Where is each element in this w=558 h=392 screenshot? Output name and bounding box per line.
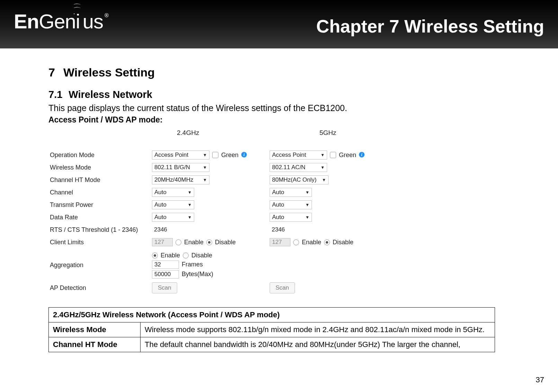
select-tx-power-24[interactable]: Auto▼ [152, 200, 194, 209]
label-aggregation: Aggregation [48, 262, 152, 269]
table-value: Wireless mode supports 802.11b/g/n mixed… [141, 322, 495, 337]
select-operation-mode-24[interactable]: Access Point▼ [152, 151, 209, 159]
row-channel-ht-mode: Channel HT Mode 20MHz/40MHz▼ 80MHz(AC On… [48, 174, 512, 186]
brand-logo: EnGen⌒⌒·ius® [14, 10, 108, 33]
input-aggregation-frames[interactable]: 32 [152, 261, 179, 269]
select-channel-ht-5g[interactable]: 80MHz(AC Only)▼ [270, 175, 328, 184]
label-wireless-mode: Wireless Mode [48, 164, 152, 171]
info-icon[interactable]: i [241, 152, 247, 157]
section-heading-7-1: 7.1Wireless Network [48, 89, 512, 100]
row-channel: Channel Auto▼ Auto▼ [48, 186, 512, 199]
select-wireless-mode-5g[interactable]: 802.11 AC/N▼ [270, 163, 327, 172]
scan-button-24[interactable]: Scan [152, 282, 177, 293]
chevron-down-icon: ▼ [188, 213, 192, 221]
radio-client-limits-enable-24[interactable] [176, 239, 181, 245]
label-operation-mode: Operation Mode [48, 152, 152, 159]
label-data-rate: Data Rate [48, 214, 152, 221]
column-header-5ghz: 5GHz [295, 129, 437, 137]
row-wireless-mode: Wireless Mode 802.11 B/G/N▼ 802.11 AC/N▼ [48, 161, 512, 174]
chapter-title: Chapter 7 Wireless Setting [316, 16, 544, 37]
row-rtscts: RTS / CTS Threshold (1 - 2346) 2346 2346 [48, 224, 512, 236]
row-client-limits: Client Limits 127 Enable Disable 127 Ena… [48, 236, 512, 248]
chevron-down-icon: ▼ [203, 176, 207, 184]
label-disable: Disable [333, 239, 353, 246]
select-channel-5g[interactable]: Auto▼ [270, 188, 312, 197]
chevron-down-icon: ▼ [321, 163, 325, 172]
chevron-down-icon: ▼ [305, 201, 309, 209]
checkbox-green-5g[interactable] [330, 152, 336, 158]
row-operation-mode: Operation Mode Access Point▼ Green i Acc… [48, 149, 512, 161]
column-header-24ghz: 2.4GHz [152, 129, 295, 137]
chevron-down-icon: ▼ [305, 213, 309, 221]
wireless-settings-panel: 2.4GHz 5GHz Operation Mode Access Point▼… [48, 127, 512, 294]
page-number: 37 [536, 375, 544, 384]
select-tx-power-5g[interactable]: Auto▼ [270, 200, 312, 209]
input-rtscts-5g[interactable]: 2346 [270, 226, 290, 234]
row-transmit-power: Transmit Power Auto▼ Auto▼ [48, 199, 512, 211]
table-row: Wireless Mode Wireless mode supports 802… [49, 322, 495, 337]
scan-button-5g[interactable]: Scan [270, 282, 295, 293]
page-header: EnGen⌒⌒·ius® Chapter 7 Wireless Setting [0, 0, 558, 48]
radio-aggregation-disable[interactable] [183, 253, 189, 258]
checkbox-green-24[interactable] [212, 152, 218, 158]
label-disable: Disable [191, 252, 212, 259]
label-ap-detection: AP Detection [48, 284, 152, 292]
select-channel-24[interactable]: Auto▼ [152, 188, 194, 197]
description-table: 2.4GHz/5GHz Wireless Network (Access Poi… [48, 307, 495, 352]
chevron-down-icon: ▼ [188, 188, 192, 197]
input-client-limits-5g[interactable]: 127 [270, 238, 290, 246]
chevron-down-icon: ▼ [322, 176, 326, 184]
row-aggregation: Aggregation Enable Disable 32 Frames 500… [48, 248, 512, 282]
select-channel-ht-24[interactable]: 20MHz/40MHz▼ [152, 175, 209, 184]
label-enable: Enable [184, 239, 204, 246]
radio-client-limits-disable-24[interactable] [206, 239, 212, 245]
info-icon[interactable]: i [359, 152, 364, 157]
select-data-rate-5g[interactable]: Auto▼ [270, 213, 312, 222]
row-ap-detection: AP Detection Scan Scan [48, 282, 512, 294]
section-heading-7: 7Wireless Setting [48, 66, 512, 79]
chevron-down-icon: ▼ [203, 151, 207, 159]
table-value: The default channel bandwidth is 20/40MH… [141, 337, 495, 352]
chevron-down-icon: ▼ [203, 163, 207, 172]
label-green-24: Green [221, 152, 238, 159]
input-aggregation-bytes[interactable]: 50000 [152, 270, 179, 279]
intro-text: This page displays the current status of… [48, 103, 512, 113]
chevron-down-icon: ▼ [305, 188, 309, 197]
label-channel: Channel [48, 189, 152, 196]
select-wireless-mode-24[interactable]: 802.11 B/G/N▼ [152, 163, 209, 172]
radio-client-limits-enable-5g[interactable] [293, 239, 299, 245]
label-green-5g: Green [339, 152, 356, 159]
row-data-rate: Data Rate Auto▼ Auto▼ [48, 211, 512, 224]
radio-client-limits-disable-5g[interactable] [324, 239, 330, 245]
label-rtscts: RTS / CTS Threshold (1 - 2346) [48, 226, 152, 234]
label-disable: Disable [215, 239, 236, 246]
mode-label: Access Point / WDS AP mode: [48, 115, 512, 125]
table-key: Wireless Mode [49, 322, 141, 337]
select-data-rate-24[interactable]: Auto▼ [152, 213, 194, 222]
label-transmit-power: Transmit Power [48, 201, 152, 209]
label-bytes: Bytes(Max) [182, 271, 213, 278]
radio-aggregation-enable[interactable] [152, 253, 158, 258]
label-enable: Enable [302, 239, 321, 246]
table-key: Channel HT Mode [49, 337, 141, 352]
select-operation-mode-5g[interactable]: Access Point▼ [270, 151, 327, 159]
label-frames: Frames [182, 261, 203, 268]
input-rtscts-24[interactable]: 2346 [152, 226, 173, 234]
table-caption: 2.4GHz/5GHz Wireless Network (Access Poi… [49, 308, 495, 322]
chevron-down-icon: ▼ [321, 151, 325, 159]
chevron-down-icon: ▼ [188, 201, 192, 209]
table-row: Channel HT Mode The default channel band… [49, 337, 495, 352]
label-enable: Enable [161, 252, 180, 259]
label-channel-ht-mode: Channel HT Mode [48, 176, 152, 184]
input-client-limits-24[interactable]: 127 [152, 238, 173, 246]
label-client-limits: Client Limits [48, 239, 152, 246]
